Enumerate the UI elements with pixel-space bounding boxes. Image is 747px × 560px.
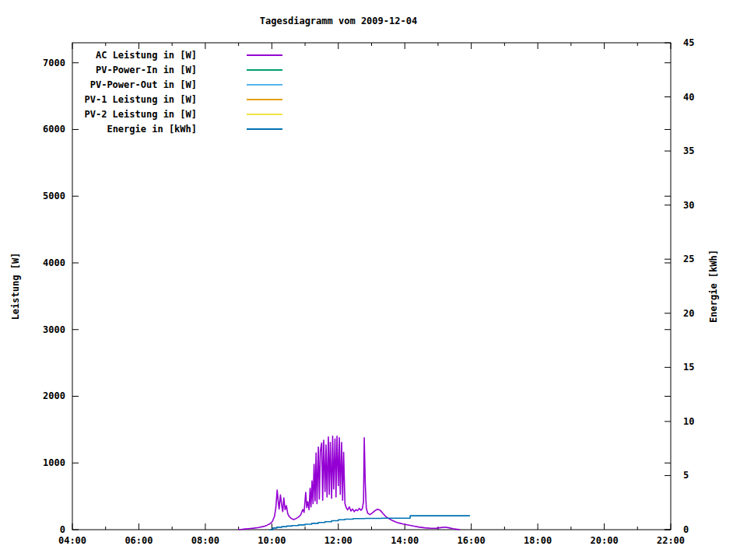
y1-tick-label: 0 [60,524,65,535]
x-tick-label: 06:00 [124,535,153,546]
legend-line-sample [247,84,282,86]
legend-item: Energie in [kWh] [0,124,311,135]
legend-line-sample [247,128,282,130]
y2-tick-label: 0 [683,524,689,535]
y2-tick-label: 35 [683,145,694,156]
x-tick-label: 10:00 [258,535,286,546]
legend-item-label: PV-Power-Out in [W] [72,79,197,90]
x-tick-label: 20:00 [590,535,618,546]
y2-tick-label: 30 [683,200,694,211]
y1-tick-label: 4000 [43,257,65,268]
legend-line-sample [247,114,282,115]
legend-item: PV-2 Leistung in [W] [0,109,311,120]
legend-line-sample [247,99,282,100]
y2-tick-label: 5 [683,470,689,481]
x-tick-label: 22:00 [657,535,685,546]
x-tick-label: 08:00 [191,535,219,546]
y2-tick-label: 45 [683,37,694,48]
legend-line-sample [247,54,282,56]
legend-item-label: AC Leistung in [W] [72,50,197,61]
y1-tick-label: 5000 [43,191,65,201]
x-tick-label: 04:00 [58,535,86,546]
y2-tick-label: 40 [683,92,694,103]
chart-canvas: Tagesdiagramm vom 2009-12-04 Leistung [W… [0,0,747,560]
legend-item: PV-Power-Out in [W] [0,79,311,90]
y1-tick-label: 1000 [43,457,65,468]
y1-tick-label: 2000 [43,390,65,401]
y2-tick-label: 10 [683,416,694,427]
x-tick-label: 18:00 [524,535,552,546]
y1-tick-label: 3000 [43,324,65,335]
legend-item-label: PV-Power-In in [W] [72,65,197,75]
legend-item: PV-Power-In in [W] [0,65,311,75]
y2-tick-label: 25 [683,254,694,264]
legend-item: PV-1 Leistung in [W] [0,94,311,105]
legend-item-label: PV-2 Leistung in [W] [72,109,197,120]
y2-tick-label: 20 [683,308,694,319]
legend-line-sample [247,69,282,71]
x-tick-label: 16:00 [458,535,486,546]
y2-tick-label: 15 [683,362,694,373]
x-tick-label: 12:00 [324,535,352,546]
legend-item-label: PV-1 Leistung in [W] [72,94,197,105]
legend-item: AC Leistung in [W] [0,50,311,61]
legend-item-label: Energie in [kWh] [72,124,197,135]
x-tick-label: 14:00 [391,535,419,546]
